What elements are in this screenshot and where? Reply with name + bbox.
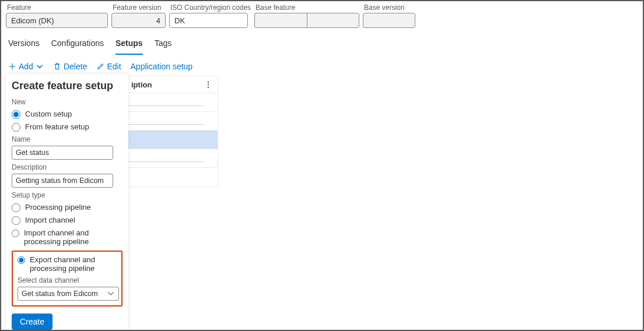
chevron-down-icon bbox=[36, 62, 44, 71]
radio-custom-setup-label: Custom setup bbox=[25, 110, 72, 118]
highlight-box: Export channel and processing pipeline S… bbox=[12, 251, 123, 307]
application-setup-button[interactable]: Application setup bbox=[131, 62, 193, 71]
panel-title: Create feature setup bbox=[12, 80, 123, 92]
radio-custom-setup-input[interactable] bbox=[12, 110, 20, 119]
radio-export-pipeline-input[interactable] bbox=[18, 256, 25, 265]
plus-icon bbox=[8, 62, 16, 71]
create-button[interactable]: Create bbox=[12, 314, 52, 330]
radio-processing-pipeline[interactable]: Processing pipeline bbox=[12, 203, 123, 212]
tab-configurations[interactable]: Configurations bbox=[51, 36, 104, 55]
radio-import-channel[interactable]: Import channel bbox=[12, 216, 123, 225]
radio-from-feature-setup-input[interactable] bbox=[12, 123, 20, 132]
radio-import-channel-input[interactable] bbox=[12, 216, 20, 225]
col-menu-icon[interactable]: ⋮ bbox=[204, 80, 212, 89]
feature-version-label: Feature version bbox=[111, 3, 166, 12]
add-button[interactable]: Add bbox=[8, 62, 44, 71]
tab-setups[interactable]: Setups bbox=[116, 36, 143, 55]
iso-input[interactable] bbox=[169, 13, 248, 28]
description-input[interactable] bbox=[12, 174, 113, 188]
description-label: Description bbox=[12, 163, 123, 171]
trash-icon bbox=[53, 62, 61, 71]
radio-export-pipeline[interactable]: Export channel and processing pipeline bbox=[18, 255, 117, 273]
setup-type-label: Setup type bbox=[12, 191, 123, 199]
radio-from-feature-setup[interactable]: From feature setup bbox=[12, 122, 123, 132]
toolbar: Add Delete Edit Application setup bbox=[1, 55, 643, 73]
radio-processing-pipeline-input[interactable] bbox=[12, 203, 20, 212]
radio-from-feature-setup-label: From feature setup bbox=[25, 122, 89, 131]
iso-label: ISO Country/region codes bbox=[169, 3, 251, 12]
radio-export-pipeline-label: Export channel and processing pipeline bbox=[30, 255, 117, 273]
radio-import-pipeline[interactable]: Import channel and processing pipeline bbox=[12, 228, 123, 246]
tab-bar: Versions Configurations Setups Tags bbox=[1, 33, 643, 55]
radio-custom-setup[interactable]: Custom setup bbox=[12, 110, 123, 119]
base-version-input[interactable] bbox=[363, 13, 415, 28]
edit-label: Edit bbox=[107, 62, 121, 71]
base-version-label: Base version bbox=[363, 3, 415, 12]
edit-button[interactable]: Edit bbox=[96, 62, 121, 71]
base-feature-label: Base feature bbox=[254, 3, 359, 12]
radio-import-channel-label: Import channel bbox=[25, 216, 75, 224]
new-label: New bbox=[12, 98, 123, 106]
feature-label: Feature bbox=[6, 3, 108, 12]
radio-import-pipeline-label: Import channel and processing pipeline bbox=[24, 228, 123, 246]
base-feature-input-2[interactable] bbox=[307, 13, 359, 28]
base-feature-input-1[interactable] bbox=[254, 13, 307, 28]
delete-button[interactable]: Delete bbox=[53, 62, 87, 71]
name-label: Name bbox=[12, 135, 123, 143]
delete-label: Delete bbox=[64, 62, 87, 71]
tab-tags[interactable]: Tags bbox=[155, 36, 172, 55]
feature-version-input[interactable] bbox=[111, 13, 166, 28]
create-feature-setup-panel: Create feature setup New Custom setup Fr… bbox=[6, 74, 128, 331]
add-label: Add bbox=[19, 62, 33, 71]
feature-input[interactable] bbox=[6, 13, 108, 28]
header-fields: Feature Feature version ISO Country/regi… bbox=[1, 1, 643, 33]
data-channel-select[interactable]: Get status from Edicom bbox=[18, 287, 119, 301]
name-input[interactable] bbox=[12, 146, 113, 160]
tab-versions[interactable]: Versions bbox=[8, 36, 40, 55]
pencil-icon bbox=[96, 62, 104, 71]
application-setup-label: Application setup bbox=[131, 62, 193, 71]
select-data-channel-label: Select data channel bbox=[18, 276, 117, 284]
radio-import-pipeline-input[interactable] bbox=[12, 229, 19, 238]
radio-processing-pipeline-label: Processing pipeline bbox=[25, 203, 91, 212]
